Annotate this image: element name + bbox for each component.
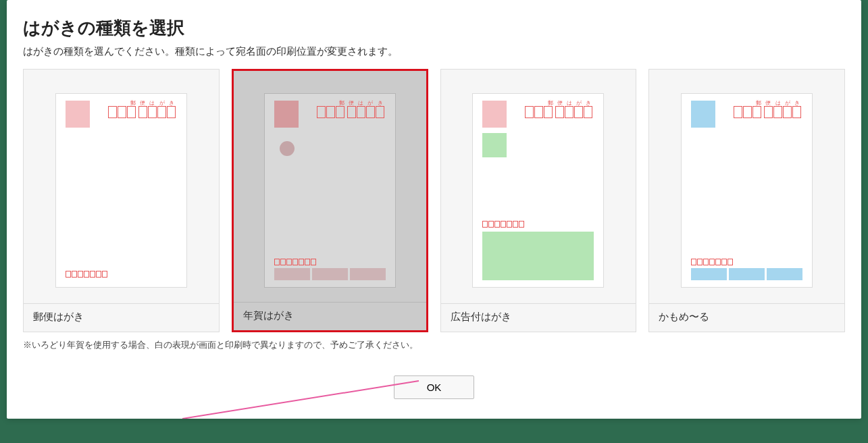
card-options-row: 郵 便 は が き 郵便はがき 郵 便 は が き	[23, 69, 845, 332]
preview-area: 郵 便 は が き	[649, 70, 844, 303]
stamp-icon	[482, 101, 507, 128]
button-row: OK	[23, 375, 845, 399]
kamome-lottery-area-icon	[691, 268, 802, 280]
dialog-subtitle: はがきの種類を選んでください。種類によって宛名面の印刷位置が変更されます。	[23, 45, 845, 58]
notice-text: ※いろどり年賀を使用する場合、白の表現が画面と印刷時で異なりますので、予めご了承…	[23, 339, 845, 351]
postal-code-boxes-icon	[108, 106, 176, 118]
postcard-type-dialog: はがきの種類を選択 はがきの種類を選んでください。種類によって宛名面の印刷位置が…	[7, 0, 861, 419]
nengajo-mark-icon	[280, 141, 295, 156]
option-koukoku-hagaki[interactable]: 郵 便 は が き 広告付はがき	[440, 69, 637, 332]
option-label: かもめ〜る	[649, 303, 844, 332]
postal-code-boxes-icon	[317, 106, 384, 118]
ad-area-small-icon	[482, 133, 507, 157]
sender-postal-code-icon	[691, 259, 733, 265]
postal-code-boxes-icon	[525, 106, 592, 118]
dialog-title: はがきの種類を選択	[23, 16, 845, 40]
option-label: 広告付はがき	[441, 303, 636, 332]
postcard-preview-icon: 郵 便 は が き	[681, 93, 813, 288]
preview-area: 郵 便 は が き	[234, 71, 426, 302]
option-yubin-hagaki[interactable]: 郵 便 は が き 郵便はがき	[23, 69, 220, 332]
ad-area-large-icon	[482, 232, 594, 280]
option-kamomeru[interactable]: 郵 便 は が き かもめ〜る	[648, 69, 845, 332]
stamp-icon	[691, 101, 715, 128]
option-label: 年賀はがき	[234, 302, 426, 330]
stamp-icon	[274, 101, 299, 128]
preview-area: 郵 便 は が き	[441, 70, 636, 303]
ok-button[interactable]: OK	[394, 375, 475, 399]
option-label: 郵便はがき	[24, 303, 219, 332]
postcard-preview-icon: 郵 便 は が き	[55, 93, 187, 288]
preview-area: 郵 便 は が き	[24, 70, 219, 303]
stamp-icon	[66, 101, 90, 128]
postal-code-boxes-icon	[734, 106, 801, 118]
sender-postal-code-icon	[482, 221, 524, 228]
sender-postal-code-icon	[66, 271, 107, 278]
postcard-preview-icon: 郵 便 は が き	[472, 93, 604, 288]
nengajo-lottery-area-icon	[274, 268, 386, 280]
sender-postal-code-icon	[274, 259, 316, 265]
postcard-preview-icon: 郵 便 は が き	[264, 93, 396, 288]
option-nenga-hagaki[interactable]: 郵 便 は が き 年賀はがき	[232, 69, 428, 332]
